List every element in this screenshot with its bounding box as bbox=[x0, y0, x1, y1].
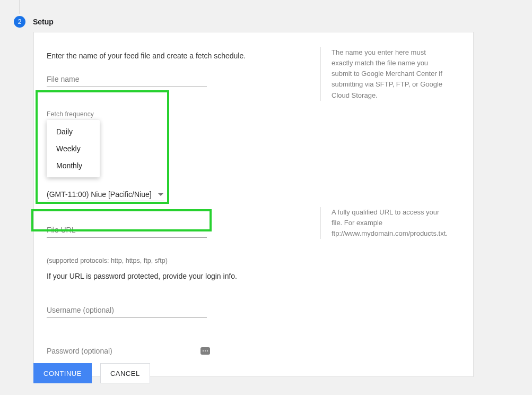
help-file-name: The name you enter here must exactly mat… bbox=[320, 47, 448, 101]
timezone-value: (GMT-11:00) Niue [Pacific/Niue] bbox=[47, 190, 152, 199]
fetch-frequency-dropdown[interactable]: Daily Weekly Monthly bbox=[47, 120, 100, 177]
page-root: 2 Setup Enter the name of your feed file… bbox=[0, 0, 532, 395]
password-visibility-icon[interactable] bbox=[200, 347, 210, 355]
form-column: Enter the name of your feed file and cre… bbox=[47, 47, 299, 355]
supported-protocols-note: (supported protocols: http, https, ftp, … bbox=[47, 257, 299, 264]
timezone-select[interactable]: (GMT-11:00) Niue [Pacific/Niue] bbox=[47, 187, 164, 201]
fetch-frequency-label: Fetch frequency bbox=[47, 110, 299, 118]
fetch-frequency-block: Fetch frequency Daily Weekly Monthly (GM… bbox=[47, 110, 299, 201]
frequency-option-weekly[interactable]: Weekly bbox=[47, 140, 100, 157]
action-row: CONTINUE CANCEL bbox=[33, 363, 150, 383]
step-number-badge: 2 bbox=[14, 16, 25, 28]
cancel-button[interactable]: CANCEL bbox=[100, 363, 150, 383]
file-url-block bbox=[47, 222, 299, 238]
login-info-note: If your URL is password protected, provi… bbox=[47, 272, 299, 280]
stepper-connector bbox=[19, 0, 20, 14]
file-name-input[interactable] bbox=[47, 72, 207, 87]
help-column: The name you enter here must exactly mat… bbox=[320, 47, 448, 355]
password-row: Password (optional) bbox=[47, 347, 210, 355]
password-placeholder[interactable]: Password (optional) bbox=[47, 347, 200, 355]
file-url-input[interactable] bbox=[47, 222, 207, 238]
frequency-option-daily[interactable]: Daily bbox=[47, 123, 100, 140]
username-block bbox=[47, 303, 299, 318]
help-file-url: A fully qualified URL to access your fil… bbox=[320, 207, 448, 239]
instruction-text: Enter the name of your feed file and cre… bbox=[47, 51, 299, 60]
step-title: Setup bbox=[33, 18, 54, 26]
step-header: 2 Setup bbox=[14, 16, 54, 28]
username-input[interactable] bbox=[47, 303, 207, 318]
chevron-down-icon bbox=[158, 193, 163, 196]
frequency-option-monthly[interactable]: Monthly bbox=[47, 157, 100, 174]
setup-card: Enter the name of your feed file and cre… bbox=[33, 32, 474, 377]
continue-button[interactable]: CONTINUE bbox=[33, 363, 92, 383]
